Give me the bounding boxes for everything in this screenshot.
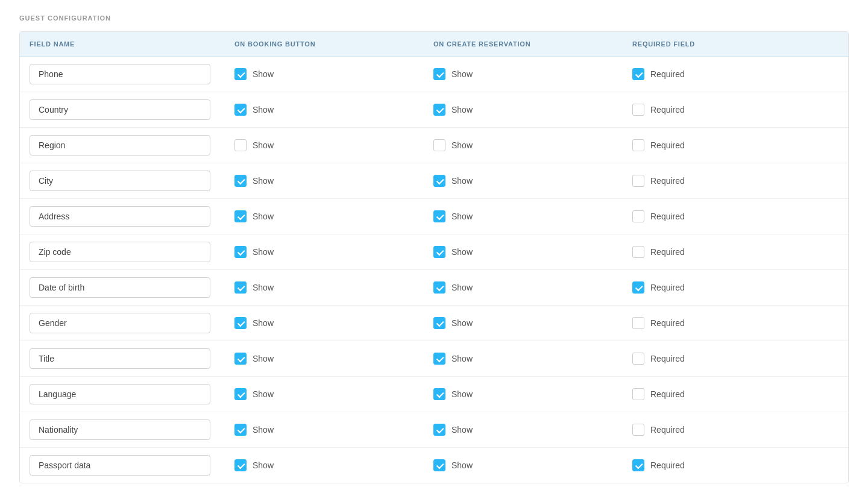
table-row-address: AddressShowShowRequired xyxy=(20,199,848,234)
required-checkbox-region[interactable] xyxy=(632,139,644,151)
reservation-show-checkbox-title[interactable] xyxy=(433,353,445,365)
required-checkbox-address[interactable] xyxy=(632,210,644,222)
table-row-city: CityShowShowRequired xyxy=(20,163,848,199)
required-checkbox-gender[interactable] xyxy=(632,317,644,329)
required-cell-phone: Required xyxy=(632,68,838,80)
field-name-cell-gender: Gender xyxy=(30,313,234,333)
required-checkbox-city[interactable] xyxy=(632,175,644,187)
booking-show-checkbox-gender[interactable] xyxy=(234,317,247,329)
required-cell-nationality: Required xyxy=(632,424,838,436)
header-required-field: REQUIRED FIELD xyxy=(632,40,838,48)
booking-show-checkbox-date-of-birth[interactable] xyxy=(234,281,247,294)
required-checkbox-nationality[interactable] xyxy=(632,424,644,436)
reservation-show-label-date-of-birth: Show xyxy=(451,283,473,292)
field-name-language: Language xyxy=(30,384,210,404)
booking-show-checkbox-nationality[interactable] xyxy=(234,424,247,436)
required-cell-language: Required xyxy=(632,388,838,400)
reservation-show-checkbox-phone[interactable] xyxy=(433,68,445,80)
required-label-title: Required xyxy=(650,354,685,363)
reservation-show-label-phone: Show xyxy=(451,69,473,79)
reservation-show-cell-gender: Show xyxy=(433,317,632,329)
reservation-show-checkbox-nationality[interactable] xyxy=(433,424,445,436)
booking-show-label-phone: Show xyxy=(253,69,274,79)
reservation-show-cell-address: Show xyxy=(433,210,632,222)
reservation-show-checkbox-city[interactable] xyxy=(433,175,445,187)
reservation-show-cell-city: Show xyxy=(433,175,632,187)
required-cell-zip-code: Required xyxy=(632,246,838,258)
reservation-show-checkbox-country[interactable] xyxy=(433,104,445,116)
booking-show-checkbox-zip-code[interactable] xyxy=(234,246,247,258)
booking-show-cell-zip-code: Show xyxy=(234,246,433,258)
required-label-gender: Required xyxy=(650,318,685,328)
table-header: FIELD NAME ON BOOKING BUTTON ON CREATE R… xyxy=(20,32,848,57)
table-body: PhoneShowShowRequiredCountryShowShowRequ… xyxy=(20,57,848,483)
booking-show-cell-passport-data: Show xyxy=(234,459,433,471)
booking-show-label-language: Show xyxy=(253,389,274,399)
field-name-cell-passport-data: Passport data xyxy=(30,455,234,476)
booking-show-cell-language: Show xyxy=(234,388,433,400)
field-name-passport-data: Passport data xyxy=(30,455,210,476)
booking-show-checkbox-region[interactable] xyxy=(234,139,247,151)
required-cell-title: Required xyxy=(632,353,838,365)
reservation-show-checkbox-region[interactable] xyxy=(433,139,445,151)
field-name-gender: Gender xyxy=(30,313,210,333)
reservation-show-label-gender: Show xyxy=(451,318,473,328)
field-name-region: Region xyxy=(30,135,210,155)
required-label-address: Required xyxy=(650,212,685,221)
booking-show-checkbox-passport-data[interactable] xyxy=(234,459,247,471)
booking-show-checkbox-country[interactable] xyxy=(234,104,247,116)
field-name-city: City xyxy=(30,171,210,191)
reservation-show-cell-zip-code: Show xyxy=(433,246,632,258)
reservation-show-checkbox-date-of-birth[interactable] xyxy=(433,281,445,294)
booking-show-label-gender: Show xyxy=(253,318,274,328)
required-checkbox-passport-data[interactable] xyxy=(632,459,644,471)
required-label-city: Required xyxy=(650,176,685,186)
booking-show-cell-address: Show xyxy=(234,210,433,222)
reservation-show-label-address: Show xyxy=(451,212,473,221)
required-cell-date-of-birth: Required xyxy=(632,281,838,294)
field-name-cell-region: Region xyxy=(30,135,234,155)
required-checkbox-country[interactable] xyxy=(632,104,644,116)
required-checkbox-language[interactable] xyxy=(632,388,644,400)
reservation-show-checkbox-gender[interactable] xyxy=(433,317,445,329)
required-label-phone: Required xyxy=(650,69,685,79)
header-booking-button: ON BOOKING BUTTON xyxy=(234,40,433,48)
booking-show-checkbox-title[interactable] xyxy=(234,353,247,365)
booking-show-cell-gender: Show xyxy=(234,317,433,329)
reservation-show-label-passport-data: Show xyxy=(451,460,473,470)
booking-show-checkbox-address[interactable] xyxy=(234,210,247,222)
guest-config-table: FIELD NAME ON BOOKING BUTTON ON CREATE R… xyxy=(19,31,849,483)
reservation-show-checkbox-passport-data[interactable] xyxy=(433,459,445,471)
booking-show-checkbox-language[interactable] xyxy=(234,388,247,400)
reservation-show-checkbox-language[interactable] xyxy=(433,388,445,400)
booking-show-cell-phone: Show xyxy=(234,68,433,80)
reservation-show-checkbox-zip-code[interactable] xyxy=(433,246,445,258)
booking-show-cell-title: Show xyxy=(234,353,433,365)
booking-show-label-country: Show xyxy=(253,105,274,115)
reservation-show-label-country: Show xyxy=(451,105,473,115)
required-checkbox-title[interactable] xyxy=(632,353,644,365)
booking-show-cell-country: Show xyxy=(234,104,433,116)
booking-show-checkbox-city[interactable] xyxy=(234,175,247,187)
field-name-nationality: Nationality xyxy=(30,419,210,440)
field-name-cell-phone: Phone xyxy=(30,64,234,84)
table-row-region: RegionShowShowRequired xyxy=(20,128,848,163)
booking-show-label-city: Show xyxy=(253,176,274,186)
field-name-zip-code: Zip code xyxy=(30,242,210,262)
required-checkbox-phone[interactable] xyxy=(632,68,644,80)
reservation-show-label-zip-code: Show xyxy=(451,247,473,257)
field-name-title: Title xyxy=(30,348,210,369)
required-cell-city: Required xyxy=(632,175,838,187)
booking-show-checkbox-phone[interactable] xyxy=(234,68,247,80)
field-name-date-of-birth: Date of birth xyxy=(30,277,210,298)
field-name-phone: Phone xyxy=(30,64,210,84)
table-row-gender: GenderShowShowRequired xyxy=(20,306,848,341)
reservation-show-cell-title: Show xyxy=(433,353,632,365)
required-checkbox-date-of-birth[interactable] xyxy=(632,281,644,294)
required-checkbox-zip-code[interactable] xyxy=(632,246,644,258)
field-name-cell-country: Country xyxy=(30,99,234,120)
reservation-show-checkbox-address[interactable] xyxy=(433,210,445,222)
required-cell-passport-data: Required xyxy=(632,459,838,471)
reservation-show-cell-country: Show xyxy=(433,104,632,116)
booking-show-cell-region: Show xyxy=(234,139,433,151)
